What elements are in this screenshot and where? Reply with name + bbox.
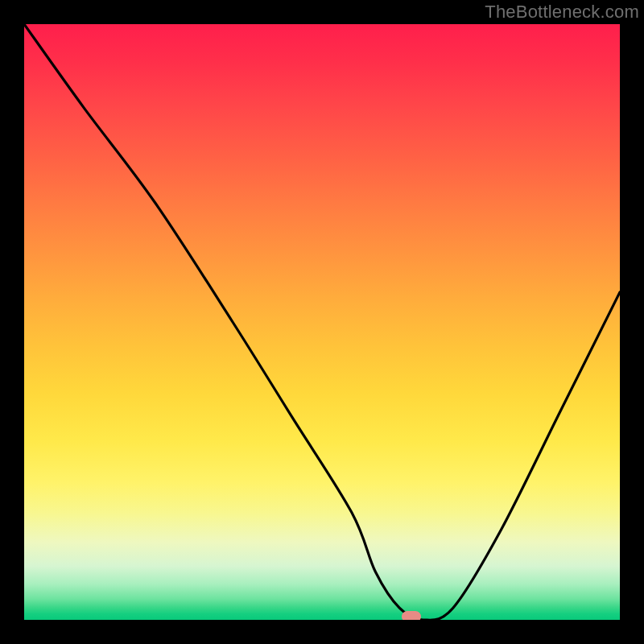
watermark-text: TheBottleneck.com (485, 2, 639, 23)
chart-frame: TheBottleneck.com (0, 0, 644, 644)
bottleneck-curve (24, 24, 620, 620)
plot-area (24, 24, 620, 620)
optimal-point-marker (402, 611, 421, 620)
